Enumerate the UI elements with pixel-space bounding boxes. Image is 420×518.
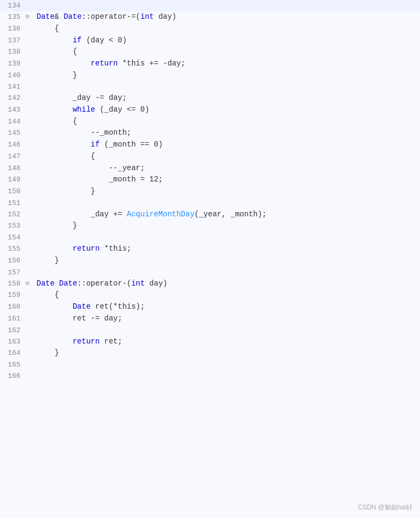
fold-indicator <box>26 127 34 128</box>
code-line: 151 <box>0 198 420 209</box>
line-number: 149 <box>0 174 26 185</box>
fold-indicator <box>26 301 34 302</box>
line-number: 143 <box>0 104 26 115</box>
code-line: 137 if (day < 0) <box>0 35 420 47</box>
line-number: 165 <box>0 359 26 370</box>
code-line: 142 _day -= day; <box>0 92 420 104</box>
code-content: } <box>34 255 420 267</box>
line-number: 138 <box>0 46 26 57</box>
fold-indicator <box>26 23 34 24</box>
line-number: 135 <box>0 11 26 23</box>
fold-indicator <box>26 58 34 59</box>
line-number: 139 <box>0 58 26 69</box>
code-content: { <box>34 289 420 301</box>
line-number: 161 <box>0 313 26 324</box>
line-number: 134 <box>0 0 26 11</box>
code-line: 161 ret -= day; <box>0 313 420 325</box>
code-line: 145 --_month; <box>0 127 420 139</box>
code-content: } <box>34 186 420 198</box>
code-line: 155 return *this; <box>0 243 420 255</box>
fold-indicator[interactable]: ⊟ <box>26 11 34 21</box>
line-number: 141 <box>0 81 26 92</box>
code-line: 138 { <box>0 46 420 58</box>
code-content: { <box>34 151 420 163</box>
watermark: CSDN @魅励hai好 <box>358 502 412 513</box>
fold-indicator <box>26 220 34 221</box>
fold-indicator <box>26 174 34 175</box>
fold-indicator <box>26 0 34 1</box>
code-line: 154 <box>0 232 420 243</box>
code-line: 153 } <box>0 220 420 232</box>
code-line: 166 <box>0 370 420 382</box>
line-number: 157 <box>0 267 26 278</box>
fold-indicator <box>26 35 34 36</box>
code-content: Date& Date::operator-=(int day) <box>34 11 420 23</box>
line-number: 137 <box>0 35 26 46</box>
fold-indicator <box>26 209 34 210</box>
line-number: 160 <box>0 301 26 312</box>
line-number: 145 <box>0 127 26 138</box>
line-number: 140 <box>0 70 26 81</box>
code-line: 157 <box>0 267 420 278</box>
line-number: 152 <box>0 209 26 220</box>
fold-indicator <box>26 243 34 244</box>
code-content: ret -= day; <box>34 313 420 325</box>
fold-indicator[interactable]: ⊟ <box>26 278 34 288</box>
code-line: 148 --_year; <box>0 163 420 174</box>
line-number: 163 <box>0 336 26 347</box>
code-line: 162 <box>0 325 420 336</box>
fold-indicator <box>26 359 34 360</box>
code-line: 134 <box>0 0 420 11</box>
code-editor: 134135⊟Date& Date::operator-=(int day)13… <box>0 0 420 518</box>
code-line: 160 Date ret(*this); <box>0 301 420 313</box>
code-line: 164 } <box>0 347 420 359</box>
line-number: 159 <box>0 289 26 301</box>
line-number: 153 <box>0 220 26 231</box>
fold-indicator <box>26 81 34 82</box>
line-number: 162 <box>0 325 26 336</box>
code-line: 135⊟Date& Date::operator-=(int day) <box>0 11 420 23</box>
code-content: return *this; <box>34 243 420 255</box>
fold-indicator <box>26 313 34 314</box>
line-number: 166 <box>0 370 26 382</box>
code-line: 163 return ret; <box>0 336 420 348</box>
code-content: Date ret(*this); <box>34 301 420 313</box>
fold-indicator <box>26 163 34 164</box>
code-line: 165 <box>0 359 420 370</box>
code-content: Date Date::operator-(int day) <box>34 278 420 290</box>
fold-indicator <box>26 325 34 326</box>
fold-indicator <box>26 267 34 268</box>
code-content: _day += AcquireMonthDay(_year, _month); <box>34 209 420 221</box>
code-content: if (day < 0) <box>34 35 420 47</box>
code-content: { <box>34 23 420 35</box>
code-line: 143 while (_day <= 0) <box>0 104 420 116</box>
fold-indicator <box>26 116 34 117</box>
code-line: 152 _day += AcquireMonthDay(_year, _mont… <box>0 209 420 221</box>
line-number: 154 <box>0 232 26 243</box>
fold-indicator <box>26 198 34 199</box>
code-content: } <box>34 347 420 359</box>
fold-indicator <box>26 336 34 337</box>
code-line: 144 { <box>0 116 420 128</box>
code-content: --_year; <box>34 163 420 174</box>
fold-indicator <box>26 139 34 140</box>
code-line: 139 return *this += -day; <box>0 58 420 70</box>
code-line: 149 _month = 12; <box>0 174 420 186</box>
line-number: 146 <box>0 139 26 150</box>
code-content: return ret; <box>34 336 420 348</box>
fold-indicator <box>26 186 34 187</box>
fold-indicator <box>26 92 34 93</box>
fold-indicator <box>26 370 34 371</box>
line-number: 142 <box>0 92 26 104</box>
line-number: 148 <box>0 163 26 174</box>
fold-indicator <box>26 104 34 105</box>
fold-indicator <box>26 46 34 47</box>
code-content: while (_day <= 0) <box>34 104 420 116</box>
line-number: 164 <box>0 347 26 359</box>
line-number: 144 <box>0 116 26 127</box>
code-line: 141 <box>0 81 420 92</box>
code-line: 156 } <box>0 255 420 267</box>
code-line: 136 { <box>0 23 420 35</box>
code-line: 147 { <box>0 151 420 163</box>
fold-indicator <box>26 70 34 71</box>
